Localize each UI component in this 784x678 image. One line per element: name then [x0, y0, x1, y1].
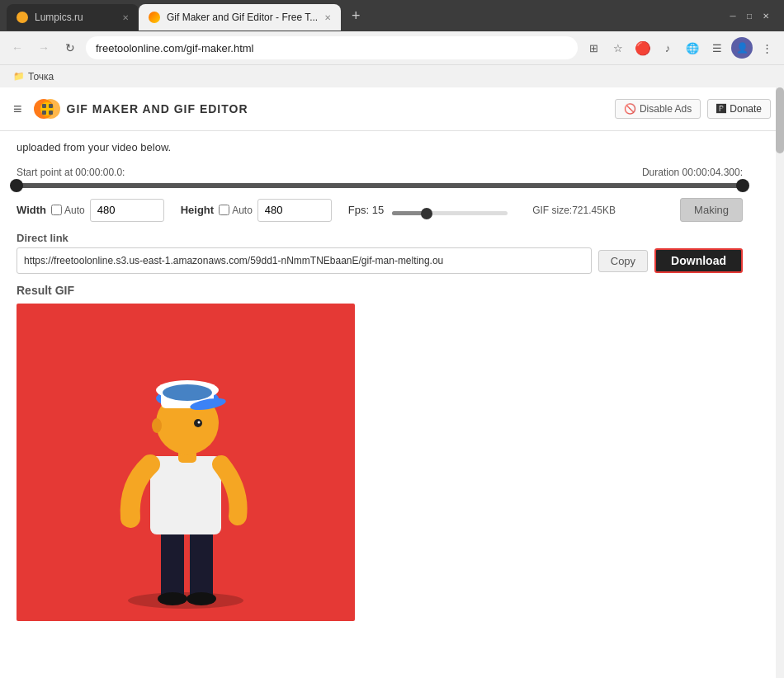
- red-icon: 🔴: [632, 37, 654, 59]
- bookmark-star-icon[interactable]: ☆: [607, 37, 629, 59]
- site-logo: GIF MAKER AND GIF EDITOR: [32, 94, 248, 124]
- toolbar-icons: ⊞ ☆ 🔴 ♪ 🌐 ☰ 👤 ⋮: [583, 37, 777, 59]
- svg-rect-12: [150, 456, 221, 534]
- svg-rect-4: [49, 104, 53, 108]
- height-auto-input[interactable]: [219, 205, 229, 215]
- height-group: Height Auto: [181, 199, 332, 222]
- fps-label: Fps: 15: [348, 204, 384, 216]
- gif-preview: [17, 304, 355, 621]
- direct-link-section: Direct link Copy Download: [17, 232, 743, 274]
- svg-rect-8: [161, 526, 184, 600]
- slider-thumb-left[interactable]: [10, 179, 23, 192]
- svg-point-11: [187, 592, 216, 605]
- donate-button[interactable]: 🅿 Donate: [707, 99, 771, 119]
- height-auto-checkbox[interactable]: Auto: [219, 205, 253, 216]
- forward-button[interactable]: →: [33, 37, 54, 59]
- uploaded-text: uploaded from your video below.: [17, 141, 743, 153]
- width-auto-input[interactable]: [51, 205, 62, 215]
- copy-button[interactable]: Copy: [598, 250, 648, 272]
- svg-point-22: [152, 418, 162, 433]
- header-buttons: 🚫 Disable Ads 🅿 Donate: [615, 99, 771, 119]
- new-tab-button[interactable]: +: [344, 4, 367, 27]
- making-button[interactable]: Making: [680, 198, 743, 222]
- bookmark-tochka[interactable]: 📁 Точка: [7, 69, 60, 84]
- height-label: Height: [181, 204, 214, 216]
- profile-avatar[interactable]: 👤: [731, 37, 753, 59]
- svg-point-21: [198, 421, 201, 424]
- music-icon: ♪: [657, 37, 678, 59]
- extensions-icon[interactable]: ⊞: [583, 37, 604, 59]
- tab-gifmaker-close[interactable]: ✕: [324, 13, 331, 22]
- tab-lumpics-label: Lumpics.ru: [35, 12, 83, 23]
- tab-gifmaker[interactable]: Gif Maker and Gif Editor - Free T... ✕: [139, 4, 341, 31]
- logo-icon: [32, 94, 62, 124]
- slider-fill: [17, 183, 743, 188]
- page-wrapper: ≡ GIF MAKER AND GIF EDITOR 🚫 Disable: [0, 87, 784, 678]
- title-bar: Lumpics.ru ✕ Gif Maker and Gif Editor - …: [0, 0, 784, 31]
- bookmarks-bar: 📁 Точка: [0, 64, 784, 87]
- width-group: Width Auto: [17, 199, 164, 222]
- tab-lumpics-close[interactable]: ✕: [122, 13, 129, 22]
- direct-link-label: Direct link: [17, 232, 743, 244]
- globe-icon[interactable]: 🌐: [682, 37, 703, 59]
- slider-thumb-right[interactable]: [736, 179, 749, 192]
- gifmaker-favicon: [149, 12, 160, 23]
- download-button[interactable]: Download: [654, 248, 743, 273]
- menu-icon[interactable]: ☰: [706, 37, 728, 59]
- more-options-icon[interactable]: ⋮: [756, 37, 777, 59]
- disable-ads-icon: 🚫: [624, 103, 636, 115]
- scrollbar-thumb[interactable]: [776, 87, 784, 153]
- width-label: Width: [17, 204, 46, 216]
- result-gif-image: [17, 304, 355, 621]
- result-gif-label: Result GIF: [17, 284, 743, 297]
- main-content: uploaded from your video below. Start po…: [0, 131, 759, 638]
- back-button[interactable]: ←: [7, 37, 28, 59]
- height-input[interactable]: [257, 199, 332, 222]
- window-controls: ─ □ ✕: [728, 11, 777, 21]
- svg-rect-9: [190, 526, 213, 600]
- fps-slider[interactable]: [392, 205, 508, 215]
- tab-gifmaker-label: Gif Maker and Gif Editor - Free T...: [167, 12, 318, 23]
- donate-icon: 🅿: [716, 103, 726, 115]
- gif-size-label: GIF size:721.45KB: [532, 205, 616, 216]
- width-input[interactable]: [90, 199, 164, 222]
- address-input[interactable]: [86, 36, 578, 59]
- refresh-button[interactable]: ↻: [59, 37, 81, 59]
- fps-group: Fps: 15: [348, 204, 508, 216]
- site-title: GIF MAKER AND GIF EDITOR: [67, 102, 248, 115]
- fps-slider-track: [392, 211, 508, 215]
- browser-chrome: Lumpics.ru ✕ Gif Maker and Gif Editor - …: [0, 0, 784, 87]
- width-auto-checkbox[interactable]: Auto: [51, 205, 85, 216]
- start-duration-row: Start point at 00:00:00.0: Duration 00:0…: [17, 167, 743, 178]
- fps-thumb[interactable]: [421, 208, 432, 219]
- minimize-button[interactable]: ─: [728, 11, 738, 21]
- svg-rect-5: [42, 111, 46, 115]
- close-button[interactable]: ✕: [761, 11, 771, 21]
- maximize-button[interactable]: □: [744, 11, 754, 21]
- bookmark-folder-icon: 📁: [13, 71, 25, 82]
- start-label: Start point at 00:00:00.0:: [17, 167, 642, 178]
- tab-lumpics[interactable]: Lumpics.ru ✕: [7, 4, 139, 31]
- duration-label: Duration 00:00:04.300:: [642, 167, 743, 178]
- direct-link-input[interactable]: [17, 247, 592, 274]
- address-bar: ← → ↻ ⊞ ☆ 🔴 ♪ 🌐 ☰ 👤 ⋮: [0, 31, 784, 64]
- page-content: ≡ GIF MAKER AND GIF EDITOR 🚫 Disable: [0, 87, 784, 678]
- direct-link-row: Copy Download: [17, 247, 743, 274]
- wh-fps-row: Width Auto Height Auto Fps:: [17, 198, 743, 222]
- hamburger-menu[interactable]: ≡: [13, 101, 22, 118]
- svg-rect-6: [49, 111, 53, 115]
- lumpics-favicon: [17, 12, 28, 23]
- range-slider[interactable]: [17, 183, 743, 188]
- disable-ads-button[interactable]: 🚫 Disable Ads: [615, 99, 701, 119]
- site-header: ≡ GIF MAKER AND GIF EDITOR 🚫 Disable: [0, 87, 784, 131]
- svg-point-10: [158, 592, 187, 605]
- svg-point-18: [163, 384, 212, 401]
- bookmark-tochka-label: Точка: [28, 71, 54, 82]
- svg-rect-3: [42, 104, 46, 108]
- scrollbar[interactable]: [776, 87, 784, 678]
